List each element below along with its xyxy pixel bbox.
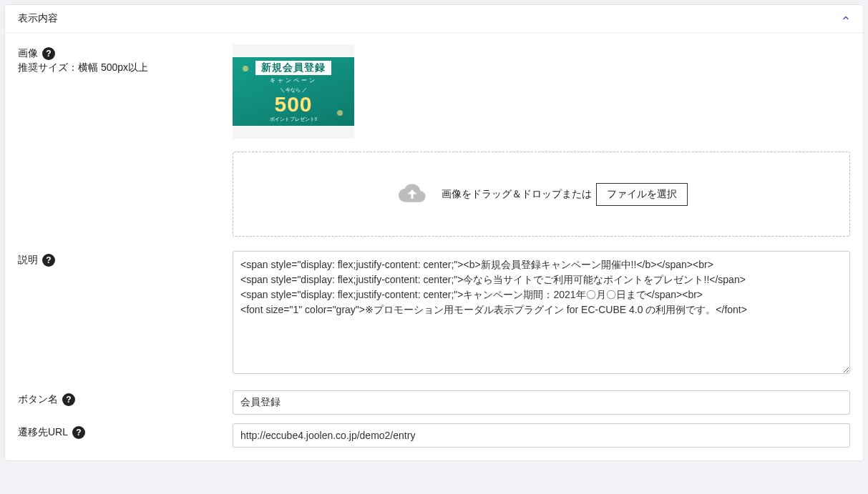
image-preview-banner: 新規会員登録 キャンペーン ＼ 今なら ／ 500 ポイントプレゼント!! — [233, 57, 354, 126]
banner-bignum: 500 — [274, 94, 312, 115]
chevron-up-icon — [842, 14, 850, 24]
banner-bottomnote: ポイントプレゼント!! — [270, 116, 318, 123]
description-textarea[interactable] — [233, 251, 850, 374]
field-col-description — [233, 251, 850, 376]
row-image: 画像 ? 推奨サイズ：横幅 500px以上 新規会員登録 キャンペーン ＼ 今な… — [18, 44, 850, 237]
help-icon[interactable]: ? — [42, 47, 55, 60]
field-col-target-url — [233, 423, 850, 448]
target-url-input[interactable] — [233, 423, 850, 448]
label-col-description: 説明 ? — [18, 251, 233, 267]
image-label: 画像 — [18, 47, 38, 60]
file-select-button[interactable]: ファイルを選択 — [596, 183, 688, 206]
button-name-label: ボタン名 — [18, 393, 58, 406]
target-url-label: 遷移先URL — [18, 426, 68, 439]
help-icon[interactable]: ? — [72, 426, 85, 439]
row-button-name: ボタン名 ? — [18, 390, 850, 415]
image-recommend: 推奨サイズ：横幅 500px以上 — [18, 61, 233, 74]
banner-topline: 新規会員登録 — [255, 61, 331, 75]
banner-midnote: ＼ 今なら ／ — [280, 87, 308, 94]
field-col-image: 新規会員登録 キャンペーン ＼ 今なら ／ 500 ポイントプレゼント!! 画像… — [233, 44, 850, 237]
help-icon[interactable]: ? — [42, 254, 55, 267]
image-preview-wrap: 新規会員登録 キャンペーン ＼ 今なら ／ 500 ポイントプレゼント!! — [233, 44, 354, 139]
label-col-button-name: ボタン名 ? — [18, 390, 233, 406]
help-icon[interactable]: ? — [62, 393, 75, 406]
display-content-card: 表示内容 画像 ? 推奨サイズ：横幅 500px以上 新規会員登録 キャンペーン — [4, 4, 864, 461]
drop-text: 画像をドラッグ＆ドロップまたは — [442, 188, 592, 201]
label-col-target-url: 遷移先URL ? — [18, 423, 233, 439]
card-body: 画像 ? 推奨サイズ：横幅 500px以上 新規会員登録 キャンペーン ＼ 今な… — [5, 33, 863, 460]
label-col-image: 画像 ? 推奨サイズ：横幅 500px以上 — [18, 44, 233, 74]
banner-subline: キャンペーン — [270, 76, 317, 84]
image-dropzone[interactable]: 画像をドラッグ＆ドロップまたは ファイルを選択 — [233, 152, 850, 237]
button-name-input[interactable] — [233, 390, 850, 415]
upload-cloud-icon — [396, 179, 429, 209]
description-label: 説明 — [18, 254, 38, 267]
card-header[interactable]: 表示内容 — [5, 5, 863, 33]
row-description: 説明 ? — [18, 251, 850, 376]
field-col-button-name — [233, 390, 850, 415]
row-target-url: 遷移先URL ? — [18, 423, 850, 448]
card-title: 表示内容 — [18, 12, 58, 25]
